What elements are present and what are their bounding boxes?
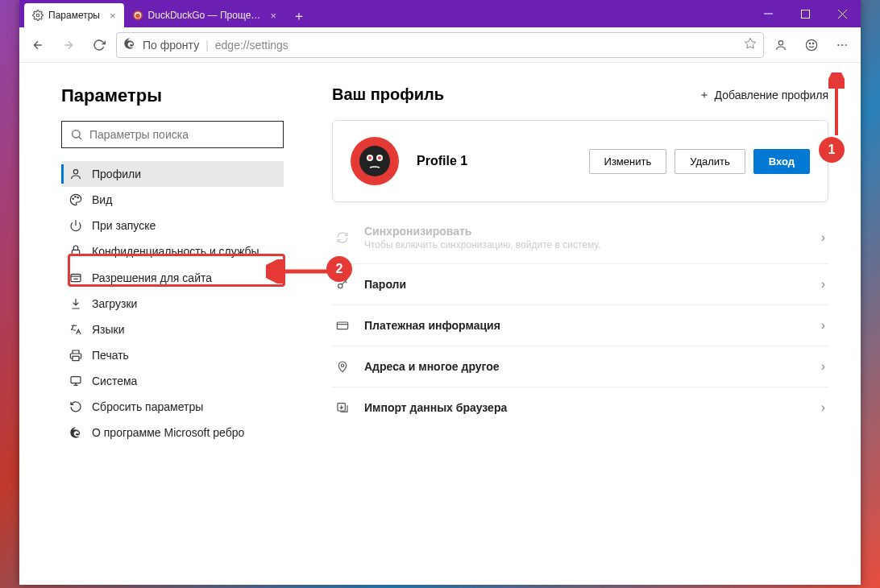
sidebar-item-appearance[interactable]: Вид [61, 187, 284, 213]
tab-settings[interactable]: Параметры × [24, 3, 124, 27]
sidebar-item-about[interactable]: О программе Microsoft ребро [61, 420, 284, 445]
sidebar-item-onstartup[interactable]: При запуске [61, 213, 284, 238]
setting-row-passwords[interactable]: Пароли › [332, 264, 828, 305]
svg-line-17 [79, 137, 81, 139]
signin-button[interactable]: Вход [753, 149, 810, 174]
svg-point-0 [36, 14, 39, 17]
sidebar-item-downloads[interactable]: Загрузки [61, 291, 284, 317]
sidebar-item-sitepermissions[interactable]: Разрешения для сайта [61, 265, 284, 291]
new-tab-button[interactable]: ＋ [288, 5, 310, 27]
close-icon[interactable]: × [271, 10, 277, 22]
sidebar-item-label: О программе Microsoft ребро [92, 426, 244, 439]
chevron-right-icon: › [821, 359, 825, 374]
sidebar-item-label: Разрешения для сайта [92, 271, 212, 284]
setting-title: Синхронизировать [364, 225, 807, 238]
svg-point-16 [73, 130, 80, 138]
tab-duckduckgo[interactable]: DuckDuckGo — Проще говоря × [124, 3, 285, 27]
svg-point-32 [367, 147, 373, 154]
toolbar: По фронту | edge://settings [19, 27, 861, 63]
sidebar-item-reset[interactable]: Сбросить параметры [61, 394, 284, 420]
duckduckgo-icon [132, 10, 143, 21]
sidebar-item-languages[interactable]: Языки [61, 317, 284, 342]
svg-point-41 [341, 364, 343, 366]
tab-label: DuckDuckGo — Проще говоря [148, 10, 261, 21]
sidebar-item-label: Вид [92, 193, 112, 206]
setting-row-addresses[interactable]: Адреса и многое другое › [332, 346, 828, 387]
sidebar-item-profiles[interactable]: Профили [61, 161, 284, 187]
edge-icon [123, 37, 136, 52]
svg-point-12 [812, 43, 813, 43]
search-input[interactable] [89, 128, 275, 141]
delete-button[interactable]: Удалить [675, 149, 745, 174]
person-icon [69, 168, 82, 180]
svg-point-11 [809, 43, 810, 43]
svg-point-20 [75, 197, 76, 197]
minimize-button[interactable] [749, 0, 787, 27]
sidebar-item-label: При запуске [92, 219, 156, 232]
setting-row-import[interactable]: Импорт данных браузера › [332, 387, 828, 428]
language-icon [69, 323, 82, 336]
reset-icon [69, 400, 82, 413]
profile-icon[interactable] [767, 31, 795, 59]
sidebar-item-label: Конфиденциальность и службы [92, 244, 259, 259]
add-profile-label: Добавление профиля [715, 89, 828, 101]
sidebar-item-system[interactable]: Система [61, 368, 284, 394]
more-menu-button[interactable] [828, 31, 856, 59]
svg-rect-24 [71, 274, 81, 281]
import-icon [335, 400, 350, 415]
sidebar-item-label: Сбросить параметры [92, 400, 203, 413]
forward-button[interactable] [55, 31, 82, 59]
refresh-button[interactable] [85, 31, 113, 59]
address-label: По фронту [143, 39, 199, 52]
printer-icon [69, 349, 82, 362]
setting-title: Платежная информация [364, 319, 807, 332]
svg-point-10 [806, 39, 816, 50]
permission-icon [69, 271, 82, 284]
close-icon[interactable]: × [110, 10, 116, 22]
sidebar-item-label: Загрузки [92, 297, 137, 310]
svg-point-19 [73, 198, 73, 199]
svg-point-9 [778, 40, 782, 44]
setting-subtitle: Чтобы включить синхронизацию, войдите в … [364, 239, 807, 251]
svg-point-21 [77, 197, 78, 198]
edit-button[interactable]: Изменить [589, 149, 667, 174]
svg-rect-28 [71, 377, 81, 383]
sidebar-item-label: Профили [92, 168, 141, 180]
tab-label: Параметры [48, 10, 100, 21]
tab-strip: Параметры × DuckDuckGo — Проще говоря × … [19, 0, 861, 27]
setting-title: Пароли [364, 278, 807, 291]
profile-card: Profile 1 Изменить Удалить Вход [332, 120, 828, 202]
page-title: Ваш профиль [332, 85, 444, 104]
svg-point-3 [135, 14, 140, 19]
address-bar[interactable]: По фронту | edge://settings [116, 32, 764, 58]
svg-rect-23 [72, 250, 79, 255]
svg-point-13 [837, 44, 839, 46]
add-profile-button[interactable]: ＋ Добавление профиля [699, 88, 828, 102]
sidebar-item-label: Печать [92, 349, 129, 362]
lock-icon [69, 244, 82, 257]
chevron-right-icon: › [821, 318, 825, 333]
favorite-icon[interactable] [744, 37, 757, 52]
sidebar-item-privacy[interactable]: Конфиденциальность и службы [61, 238, 284, 265]
setting-row-payment[interactable]: Платежная информация › [332, 305, 828, 346]
sync-icon [335, 230, 350, 245]
plus-icon: ＋ [699, 88, 710, 102]
back-button[interactable] [24, 31, 52, 59]
settings-main: Ваш профиль ＋ Добавление профиля Profile… [309, 63, 861, 585]
sidebar-item-label: Система [92, 375, 137, 387]
gear-icon [32, 10, 44, 21]
sidebar-item-printers[interactable]: Печать [61, 342, 284, 368]
key-icon [335, 277, 350, 292]
svg-rect-27 [73, 356, 79, 360]
chevron-right-icon: › [821, 400, 825, 415]
maximize-button[interactable] [787, 0, 824, 27]
feedback-icon[interactable] [798, 31, 825, 59]
svg-rect-39 [337, 322, 347, 329]
close-window-button[interactable] [824, 0, 861, 27]
palette-icon [69, 193, 82, 206]
chevron-right-icon: › [821, 230, 825, 245]
setting-title: Адреса и многое другое [364, 360, 807, 373]
settings-search[interactable] [61, 121, 284, 148]
search-icon [70, 128, 83, 141]
location-icon [335, 359, 350, 374]
